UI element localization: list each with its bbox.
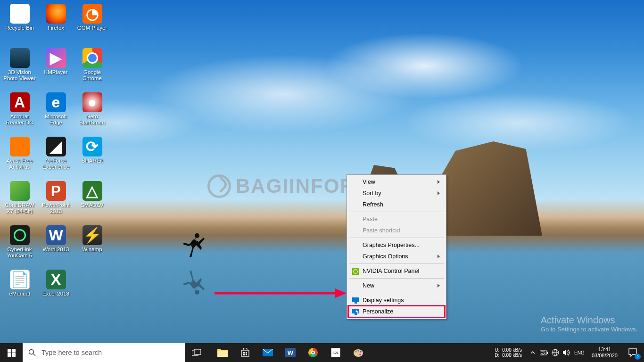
tray-chevron-icon[interactable] [528,343,538,362]
svg-rect-7 [355,313,357,315]
desktop-icon[interactable]: ●Nero StartSmart [74,90,110,134]
desktop-icon[interactable]: 📄eManual [2,268,37,311]
svg-point-27 [357,350,359,352]
svg-rect-21 [246,352,247,354]
desktop-icon[interactable]: CorelDRAW X7 (64-Bit) [2,179,37,222]
desktop-icon-label: KMPlayer [44,69,68,75]
app-icon [10,225,30,245]
taskbar-word-icon[interactable]: W [279,343,302,362]
menu-item[interactable]: Display settings [348,295,445,306]
desktop-icon[interactable]: ⟳SHAREit [74,135,110,178]
desktop-icon[interactable]: Avast Free Antivirus [2,135,37,178]
tray-network-icon[interactable] [550,343,561,362]
desktop-icon[interactable]: WWord 2013 [38,223,74,267]
menu-item[interactable]: Graphics Properties... [348,239,445,251]
app-icon: P [46,181,66,201]
app-icon: W [46,225,66,245]
desktop-icon[interactable]: Google Chrome [74,46,110,90]
desktop-icon[interactable]: ⚡Winamp [74,223,110,267]
wallpaper-rock [434,141,542,236]
menu-item-label: Paste shortcut [363,227,400,234]
menu-item-label: Graphics Properties... [363,242,420,248]
menu-item[interactable]: New [348,280,445,291]
menu-separator [349,278,444,279]
desktop-icon[interactable]: ▶KMPlayer [38,46,74,90]
menu-item-label: Paste [363,216,378,222]
menu-item[interactable]: Personalize [348,306,445,317]
desktop-icon[interactable]: ◔GOM Player [74,2,110,45]
activate-sub: Go to Settings to activate Windows. [541,326,637,333]
desktop-icon[interactable]: Firefox [38,2,74,45]
taskbar-app-icons: W 321 [211,343,370,362]
system-tray: ENG [526,343,588,362]
svg-point-28 [360,351,362,353]
app-icon: A [10,92,30,112]
desktop-icon[interactable]: 🗑Recycle Bin [2,2,37,45]
menu-item[interactable]: Refresh [348,199,445,210]
desktop-icon-label: Google Chrome [75,69,109,82]
app-icon: ◔ [83,4,102,24]
app-icon [10,48,30,68]
desktop-icon-label: 3D Vision Photo Viewer [3,69,36,82]
svg-rect-10 [8,349,11,353]
taskbar-paint-icon[interactable] [347,343,370,362]
app-icon: e [46,92,66,112]
action-center-button[interactable]: 2 [621,343,644,362]
svg-rect-20 [243,352,245,354]
taskbar-mail-icon[interactable] [256,343,279,362]
netspeed-indicator[interactable]: U:0.00 kB/s D:0.00 kB/s [491,347,526,358]
desktop-icon[interactable]: △SMADΔV [74,179,110,222]
menu-item[interactable]: NVIDIA Control Panel [348,265,445,277]
activate-heading: Activate Windows [541,315,637,326]
desktop-icon[interactable]: CyberLink YouCam 5 [2,223,37,267]
taskbar-chrome-icon[interactable] [302,343,324,362]
clock-time: 13:41 [592,346,618,353]
desktop-icon[interactable]: 3D Vision Photo Viewer [2,46,37,90]
desktop-icon-grid: 🗑Recycle BinFirefox◔GOM Player3D Vision … [2,2,110,311]
app-icon: X [46,270,66,289]
svg-rect-23 [246,354,247,355]
desktop-icon-label: GeForce Experience [39,158,73,170]
desktop-icon-label: Firefox [48,25,64,31]
taskbar-clock[interactable]: 13:41 03/08/2020 [588,346,621,359]
app-icon: ⟳ [83,137,102,156]
menu-separator [349,212,444,212]
taskbar: Type here to search W 321 U:0.00 kB/s D:… [0,343,644,362]
svg-rect-22 [243,354,245,355]
tray-volume-icon[interactable] [561,343,572,362]
annotation-arrow [215,286,347,300]
desktop-icon[interactable]: eMicrosoft Edge [38,90,74,134]
taskbar-file-explorer-icon[interactable] [211,343,234,362]
desktop-icon[interactable]: PPowerPoint 2013 [38,179,74,222]
menu-item[interactable]: Graphics Options [348,251,445,262]
menu-item-label: Sort by [363,190,381,197]
taskbar-mpc-icon[interactable]: 321 [324,343,347,362]
desktop-icon-label: SMADΔV [81,202,104,208]
desktop-icon-label: Acrobat Reader DC [3,114,36,126]
desktop-icon[interactable]: ◢GeForce Experience [38,135,74,178]
app-icon: 📄 [10,270,30,289]
desktop-icon[interactable]: XExcel 2013 [38,268,74,311]
search-input[interactable]: Type here to search [23,343,185,362]
taskbar-store-icon[interactable] [234,343,256,362]
menu-item[interactable]: View [348,176,445,188]
menu-item: Paste shortcut [348,225,445,236]
svg-line-15 [33,354,36,356]
svg-marker-9 [335,288,347,298]
task-view-button[interactable] [185,343,207,362]
desktop-icon-label: SHAREit [82,158,103,164]
menu-separator [349,238,444,238]
clock-date: 03/08/2020 [592,353,618,359]
app-icon [46,4,66,24]
app-icon [10,181,30,201]
svg-rect-30 [540,351,546,355]
tray-battery-icon[interactable] [539,343,549,362]
menu-separator [349,293,444,293]
desktop-icon[interactable]: AAcrobat Reader DC [2,90,37,134]
menu-item-label: NVIDIA Control Panel [363,268,419,274]
tray-language-icon[interactable]: ENG [573,343,586,362]
wallpaper-runner [179,231,207,264]
menu-item-label: Display settings [363,297,404,304]
start-button[interactable] [0,343,23,362]
menu-item[interactable]: Sort by [348,188,445,199]
